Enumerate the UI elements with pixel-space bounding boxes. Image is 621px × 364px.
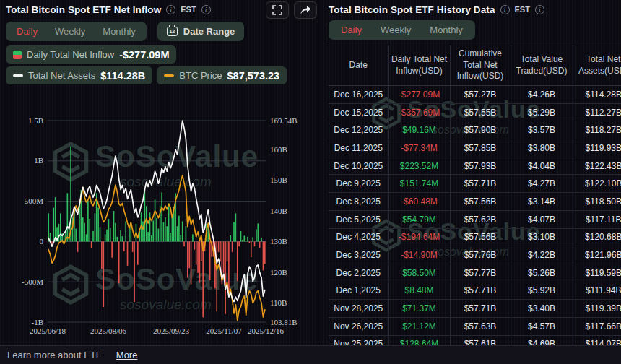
right-axis-tick: 150B	[270, 176, 287, 184]
tab-daily[interactable]: Daily	[341, 25, 362, 35]
legend-value: $87,573.23	[227, 70, 280, 82]
inflow-bar	[225, 241, 226, 313]
inflow-bar	[92, 231, 94, 242]
inflow-bar	[188, 241, 190, 268]
cell-value-traded: $3.40B	[511, 300, 573, 318]
inflow-bar	[64, 235, 65, 241]
info-icon[interactable]: i	[500, 5, 510, 14]
cell-value-traded: $3.10B	[511, 228, 573, 246]
cell-date: Dec 3,2025	[329, 246, 388, 264]
inflow-bar	[199, 241, 201, 282]
btc-legend-icon	[164, 74, 174, 77]
cell-date: Nov 26,2025	[329, 317, 388, 335]
table-row: Dec 12,2025$49.16M$57.90B$3.57B$118.27B	[329, 121, 621, 139]
inflow-bar	[115, 223, 116, 242]
inflow-bar	[251, 241, 252, 257]
inflow-bar	[158, 229, 160, 242]
cell-date: Dec 10,2025	[329, 157, 388, 175]
cell-daily-inflow: -$60.48M	[388, 193, 450, 211]
inflow-bar	[237, 241, 238, 281]
inflow-bar	[151, 235, 152, 241]
legend-daily-net-inflow[interactable]: Daily Total Net Inflow -$277.09M	[6, 46, 176, 64]
cell-value-traded: $5.29B	[511, 103, 573, 121]
tab-weekly[interactable]: Weekly	[381, 25, 411, 35]
footer-bar: Learn more about ETF More	[0, 345, 621, 364]
inflow-bar	[106, 230, 108, 242]
cell-cumulative-inflow: $57.90B	[450, 121, 511, 139]
tab-monthly[interactable]: Monthly	[430, 25, 463, 35]
inflow-bar	[108, 219, 110, 241]
cell-cumulative-inflow: $57.71B	[450, 175, 511, 193]
net-inflow-chart[interactable]: 1.5B1B500M0-500M-1B169.54B160B150B140B13…	[0, 101, 323, 345]
table-row: Dec 15,2025-$357.69M$57.55B$5.29B$112.27…	[329, 103, 621, 121]
left-axis-tick: 1B	[34, 156, 43, 165]
right-axis-tick: 140B	[270, 207, 287, 215]
inflow-bar	[125, 222, 126, 242]
cell-daily-inflow: $54.79M	[388, 210, 450, 228]
net-inflow-panel: Total Bitcoin Spot ETF Net Inflow i EST …	[0, 0, 323, 345]
left-axis-tick: 1.5B	[28, 116, 43, 125]
info-icon[interactable]: i	[201, 5, 211, 14]
inflow-bar	[147, 232, 149, 241]
more-link[interactable]: More	[116, 350, 138, 360]
x-axis-tick: 2025/06/18	[30, 326, 66, 335]
legend-label: Total Net Assets	[28, 70, 95, 81]
inflow-bar	[223, 241, 225, 273]
info-icon[interactable]: i	[535, 5, 544, 14]
page-title: Total Bitcoin Spot ETF History Data	[329, 4, 495, 15]
cell-date: Dec 5,2025	[329, 210, 388, 228]
column-header: Total Net Assets(USD)	[573, 46, 621, 86]
cell-value-traded: $5.92B	[511, 282, 573, 300]
period-tabs: Daily Weekly Monthly	[6, 22, 147, 41]
date-range-button[interactable]: 12 Date Range	[157, 22, 245, 41]
inflow-bar	[144, 190, 146, 241]
table-row: Nov 26,2025$21.12M$57.63B$4.57B$117.66B	[329, 317, 621, 335]
inflow-bar	[111, 241, 113, 257]
cell-daily-inflow: $8.48M	[388, 282, 450, 300]
table-row: Dec 4,2025-$194.64M$57.56B$3.10B$120.68B	[329, 228, 621, 246]
tab-monthly[interactable]: Monthly	[103, 26, 136, 37]
inflow-bar	[86, 234, 87, 241]
table-row: Nov 28,2025$71.37M$57.71B$3.40B$119.39B	[329, 300, 621, 318]
legend-btc-price[interactable]: BTC Price $87,573.23	[157, 66, 287, 84]
column-header: Cumulative Total Net Inflow(USD)	[450, 46, 511, 86]
cell-date: Dec 11,2025	[329, 139, 388, 157]
table-header-row: DateDaily Total Net Inflow(USD)Cumulativ…	[329, 46, 621, 86]
share-button[interactable]	[294, 1, 317, 19]
cell-cumulative-inflow: $57.27B	[450, 86, 511, 104]
tab-weekly[interactable]: Weekly	[55, 26, 85, 37]
inflow-bar	[178, 216, 180, 242]
date-range-label: Date Range	[183, 26, 235, 37]
inflow-bar	[183, 241, 185, 246]
cell-date: Dec 4,2025	[329, 228, 388, 246]
inflow-bar	[97, 208, 99, 242]
cell-cumulative-inflow: $57.55B	[450, 103, 511, 121]
table-row: Dec 8,2025-$60.48M$57.56B$3.14B$118.50B	[329, 193, 621, 211]
right-axis-tick: 103.81B	[270, 318, 298, 326]
cell-date: Dec 12,2025	[329, 121, 388, 139]
inflow-bar	[67, 193, 69, 241]
inflow-bar	[152, 220, 154, 241]
inflow-bar	[146, 206, 147, 241]
tab-daily[interactable]: Daily	[17, 26, 38, 37]
table-row: Dec 16,2025-$277.09M$57.27B$4.26B$114.28…	[329, 86, 621, 104]
inflow-bar	[91, 241, 92, 248]
legend-total-net-assets[interactable]: Total Net Assets $114.28B	[6, 66, 152, 84]
cell-daily-inflow: -$77.34M	[388, 139, 450, 157]
cell-cumulative-inflow: $57.62B	[450, 210, 511, 228]
inflow-bar	[137, 241, 139, 264]
inflow-bar	[216, 241, 217, 311]
right-axis-tick: 110B	[270, 298, 287, 307]
inflow-bar	[240, 231, 242, 241]
inflow-bar	[170, 233, 171, 241]
right-axis-tick: 120B	[270, 268, 287, 277]
right-axis-tick: 160B	[270, 145, 287, 154]
cell-daily-inflow: $71.37M	[388, 300, 450, 318]
inflow-bar	[197, 241, 199, 273]
info-icon[interactable]: i	[166, 5, 175, 14]
inflow-bar	[155, 199, 156, 241]
cell-value-traded: $4.26B	[511, 86, 573, 104]
inflow-bar	[186, 226, 187, 241]
fullscreen-button[interactable]	[266, 1, 289, 19]
cell-value-traded: $5.26B	[511, 264, 573, 282]
